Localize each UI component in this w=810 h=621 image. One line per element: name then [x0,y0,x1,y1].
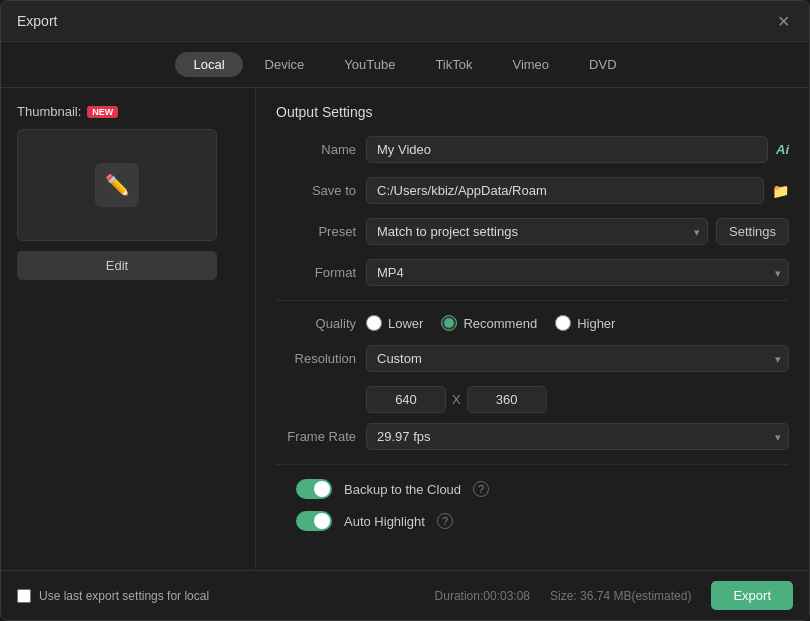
footer-left: Use last export settings for local [17,589,209,603]
autohighlight-label: Auto Highlight [344,514,425,529]
quality-higher-radio[interactable] [555,315,571,331]
format-control: MP4 MOV AVI [366,259,789,286]
quality-control: Lower Recommend Higher [366,315,789,331]
saveto-label: Save to [276,183,356,198]
duration-info: Duration:00:03:08 [435,589,530,603]
autohighlight-help-icon[interactable]: ? [437,513,453,529]
thumbnail-header: Thumbnail: NEW [17,104,118,119]
framerate-control: 29.97 fps 24 fps 30 fps 60 fps [366,423,789,450]
format-label: Format [276,265,356,280]
tab-dvd[interactable]: DVD [571,52,634,77]
quality-lower-label: Lower [388,316,423,331]
saveto-input[interactable] [366,177,764,204]
titlebar: Export ✕ [1,1,809,42]
thumbnail-text: Thumbnail: [17,104,81,119]
framerate-row: Frame Rate 29.97 fps 24 fps 30 fps 60 fp… [276,423,789,450]
backup-row: Backup to the Cloud ? [296,479,789,499]
name-row: Name Ai [276,136,789,163]
resolution-select[interactable]: Custom 1920x1080 1280x720 [366,345,789,372]
thumbnail-icon: ✏️ [95,163,139,207]
tab-tiktok[interactable]: TikTok [417,52,490,77]
export-button[interactable]: Export [711,581,793,610]
saveto-control: 📁 [366,177,789,204]
quality-lower[interactable]: Lower [366,315,423,331]
backup-toggle[interactable] [296,479,332,499]
quality-options: Lower Recommend Higher [366,315,615,331]
edit-thumbnail-button[interactable]: Edit [17,251,217,280]
name-label: Name [276,142,356,157]
settings-button[interactable]: Settings [716,218,789,245]
backup-help-icon[interactable]: ? [473,481,489,497]
main-content: Thumbnail: NEW ✏️ Edit Output Settings N… [1,88,809,570]
size-info: Size: 36.74 MB(estimated) [550,589,691,603]
quality-recommend[interactable]: Recommend [441,315,537,331]
format-select[interactable]: MP4 MOV AVI [366,259,789,286]
thumbnail-preview: ✏️ [17,129,217,241]
framerate-select-wrap: 29.97 fps 24 fps 30 fps 60 fps [366,423,789,450]
format-row: Format MP4 MOV AVI [276,259,789,286]
divider-1 [276,300,789,301]
resolution-row: Resolution Custom 1920x1080 1280x720 [276,345,789,372]
footer: Use last export settings for local Durat… [1,570,809,620]
resolution-select-wrap: Custom 1920x1080 1280x720 [366,345,789,372]
quality-label: Quality [276,316,356,331]
saveto-row: Save to 📁 [276,177,789,204]
autohighlight-row: Auto Highlight ? [296,511,789,531]
quality-row: Quality Lower Recommend High [276,315,789,331]
resolution-inputs: X [366,386,789,413]
tab-vimeo[interactable]: Vimeo [494,52,567,77]
name-control: Ai [366,136,789,163]
x-separator: X [452,392,461,407]
quality-higher[interactable]: Higher [555,315,615,331]
folder-icon[interactable]: 📁 [772,183,789,199]
section-title: Output Settings [276,104,789,120]
autohighlight-toggle[interactable] [296,511,332,531]
divider-2 [276,464,789,465]
left-panel: Thumbnail: NEW ✏️ Edit [1,88,256,570]
preset-control: Match to project settings Settings [366,218,789,245]
framerate-select[interactable]: 29.97 fps 24 fps 30 fps 60 fps [366,423,789,450]
close-button[interactable]: ✕ [773,11,793,31]
new-badge: NEW [87,106,118,118]
preset-row: Preset Match to project settings Setting… [276,218,789,245]
preset-select-wrap: Match to project settings [366,218,708,245]
quality-higher-label: Higher [577,316,615,331]
footer-right: Duration:00:03:08 Size: 36.74 MB(estimat… [435,581,793,610]
name-input[interactable] [366,136,768,163]
width-input[interactable] [366,386,446,413]
tab-local[interactable]: Local [175,52,242,77]
export-window: Export ✕ Local Device YouTube TikTok Vim… [0,0,810,621]
right-panel: Output Settings Name Ai Save to 📁 Pres [256,88,809,570]
ai-icon[interactable]: Ai [776,142,789,157]
last-settings-checkbox[interactable] [17,589,31,603]
quality-recommend-label: Recommend [463,316,537,331]
height-input[interactable] [467,386,547,413]
framerate-label: Frame Rate [276,429,356,444]
window-title: Export [17,13,57,29]
quality-recommend-radio[interactable] [441,315,457,331]
resolution-control: Custom 1920x1080 1280x720 [366,345,789,372]
format-select-wrap: MP4 MOV AVI [366,259,789,286]
tab-device[interactable]: Device [247,52,323,77]
preset-label: Preset [276,224,356,239]
resolution-label: Resolution [276,351,356,366]
quality-lower-radio[interactable] [366,315,382,331]
backup-label: Backup to the Cloud [344,482,461,497]
last-settings-label: Use last export settings for local [39,589,209,603]
tab-youtube[interactable]: YouTube [326,52,413,77]
tab-bar: Local Device YouTube TikTok Vimeo DVD [1,42,809,88]
preset-select[interactable]: Match to project settings [366,218,708,245]
